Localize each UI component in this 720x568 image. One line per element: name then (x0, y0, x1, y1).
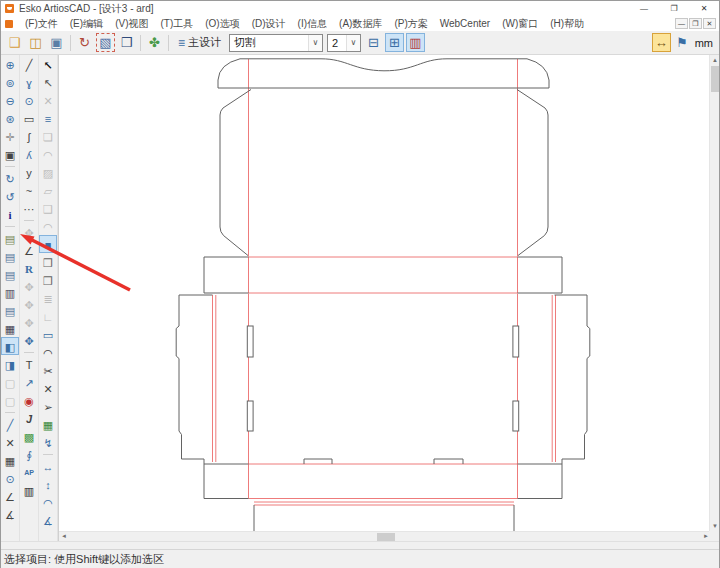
close-button[interactable]: ✕ (689, 1, 719, 16)
barcode-icon[interactable]: ▥ (20, 481, 38, 499)
box-3d-icon[interactable]: ❒ (39, 253, 57, 271)
marquee-icon[interactable]: ▭ (39, 325, 57, 343)
save-button[interactable]: ▣ (47, 33, 66, 52)
layer-columns-button[interactable]: ▥ (406, 33, 425, 52)
cross-tool-icon[interactable]: ✕ (39, 379, 57, 397)
plot-output-button[interactable]: ⚑ (673, 33, 692, 52)
design-canvas[interactable] (59, 55, 711, 531)
menu-item[interactable]: (V)视图 (109, 17, 154, 31)
menu-item[interactable]: (I)信息 (292, 17, 333, 31)
dim-vertical-icon[interactable]: ↕ (39, 475, 57, 493)
rebuild-playback-icon[interactable]: ↺ (1, 187, 19, 205)
zoom-out-icon[interactable]: ⊖ (1, 91, 19, 109)
chevron-down-icon[interactable]: ∨ (308, 35, 322, 51)
zoom-window-icon[interactable]: ⊚ (1, 73, 19, 91)
output-machine-icon[interactable]: ▦ (39, 415, 57, 433)
pitcher-icon[interactable]: ◨ (1, 355, 19, 373)
blank-tool-icon[interactable]: ▢ (1, 391, 19, 409)
insert-picture-icon[interactable]: ▤ (1, 229, 19, 247)
zoom-in-icon[interactable]: ⊕ (1, 55, 19, 73)
snap-layers-button[interactable]: ⊟ (364, 33, 383, 52)
move-d-icon[interactable]: ✥ (20, 313, 38, 331)
path-tool-icon[interactable]: ↯ (39, 433, 57, 451)
main-design-button[interactable]: ≡ 主设计 (174, 33, 225, 53)
angle-point-icon[interactable]: ∡ (1, 505, 19, 523)
view-3d-button[interactable]: ❒ (117, 33, 136, 52)
layer-select[interactable]: 切割 ∨ (229, 34, 323, 52)
text-tool-icon[interactable]: T (20, 355, 38, 373)
arrow-tool-icon[interactable]: ➢ (39, 397, 57, 415)
select-multi-icon[interactable]: ↖ (39, 73, 57, 91)
fillet-icon[interactable]: ◠ (39, 145, 57, 163)
maximize-button[interactable]: ❐ (659, 1, 689, 16)
knife-icon[interactable]: ✂ (39, 361, 57, 379)
menu-item[interactable]: (D)设计 (246, 17, 292, 31)
minimize-button[interactable]: — (629, 1, 659, 16)
overlay-layers-button[interactable]: ⊞ (385, 33, 404, 52)
ap-box-icon[interactable]: AP (20, 463, 38, 481)
zoom-help-icon[interactable]: ⊛ (1, 109, 19, 127)
dim-arc-icon[interactable]: ◠ (39, 493, 57, 511)
delete-icon[interactable]: ✕ (39, 91, 57, 109)
angle-tool-icon[interactable]: ∠ (20, 241, 38, 259)
mdi-minimize-button[interactable]: — (675, 18, 688, 29)
fill-icon[interactable]: ◧ (1, 337, 19, 355)
pan-icon[interactable]: ✛ (1, 127, 19, 145)
line-tool-icon[interactable]: ╱ (20, 55, 38, 73)
paragraph-eye-icon[interactable]: ◉ (20, 391, 38, 409)
hatch-icon[interactable]: ▦ (1, 451, 19, 469)
zoom-step-select[interactable]: 2 ∨ (327, 34, 361, 52)
picture-add-icon[interactable]: ▤ (1, 265, 19, 283)
paperclip-icon[interactable]: ∮ (20, 445, 38, 463)
stairs-icon[interactable]: ≣ (39, 289, 57, 307)
menu-item[interactable]: (F)文件 (19, 17, 64, 31)
text-arrow-icon[interactable]: ↗ (20, 373, 38, 391)
menu-item[interactable]: (E)编辑 (64, 17, 109, 31)
menu-item[interactable]: (T)工具 (154, 17, 199, 31)
s-curve-tool-icon[interactable]: ~ (20, 181, 38, 199)
image-frame-icon[interactable]: ▨ (39, 163, 57, 181)
perspective-icon[interactable]: ∠ (1, 487, 19, 505)
dim-horizontal-icon[interactable]: ↔ (39, 457, 57, 475)
arc-tool-icon[interactable]: ◠ (39, 343, 57, 361)
italic-text-icon[interactable]: J (20, 409, 38, 427)
circle-point-icon[interactable]: ⊙ (1, 469, 19, 487)
radius-tool-icon[interactable]: R (20, 259, 38, 277)
curve-tool-icon[interactable]: ʃ (20, 127, 38, 145)
scroll-up-icon[interactable]: ▲ (710, 55, 720, 65)
new-box-button[interactable]: ◫ (26, 33, 45, 52)
bezier-tool-icon[interactable]: ʎ (20, 145, 38, 163)
refresh-pinwheel-button[interactable]: ✤ (145, 33, 164, 52)
dim-line-icon[interactable]: ⋯ (20, 199, 38, 217)
move-icon[interactable]: ✥ (20, 223, 38, 241)
chevron-down-icon[interactable]: ∨ (346, 35, 360, 51)
move-copy-icon[interactable]: ✥ (20, 331, 38, 349)
group-copy-icon[interactable]: ❑ (39, 199, 57, 217)
draw-line-icon[interactable]: ╱ (1, 415, 19, 433)
select-icon[interactable]: ↖ (39, 55, 57, 73)
convert-3d-button[interactable]: ↻ (75, 33, 94, 52)
info-icon[interactable]: i (1, 205, 19, 223)
menu-item[interactable]: (H)帮助 (544, 17, 590, 31)
circle-tool-icon[interactable]: ⊙ (20, 91, 38, 109)
move-h-icon[interactable]: ✥ (20, 277, 38, 295)
mdi-restore-button[interactable]: ❐ (689, 18, 702, 29)
blank-tool-icon[interactable]: ▢ (1, 373, 19, 391)
menu-item[interactable]: (W)窗口 (496, 17, 544, 31)
box-3d-alt-icon[interactable]: ❒ (39, 271, 57, 289)
group-icon[interactable]: ❏ (39, 127, 57, 145)
vertical-scrollbar[interactable]: ▲ ▼ (709, 55, 719, 531)
screen-icon[interactable]: ▥ (1, 283, 19, 301)
dim-angle-icon[interactable]: ∡ (39, 511, 57, 529)
table-icon[interactable]: ▦ (1, 319, 19, 337)
cross-lines-icon[interactable]: ✕ (1, 433, 19, 451)
corner-icon[interactable]: ∟ (39, 307, 57, 325)
menu-item[interactable]: (A)数据库 (333, 17, 388, 31)
open-button[interactable]: ❑ (5, 33, 24, 52)
hatch-fill-icon[interactable]: ▩ (20, 427, 38, 445)
layers-icon[interactable]: ≡ (39, 109, 57, 127)
move-v-icon[interactable]: ✥ (20, 295, 38, 313)
preview-icon[interactable]: ▣ (1, 145, 19, 163)
flip-direction-button[interactable]: ↔ (652, 33, 671, 52)
corner-arc-icon[interactable]: ◠ (39, 217, 57, 235)
